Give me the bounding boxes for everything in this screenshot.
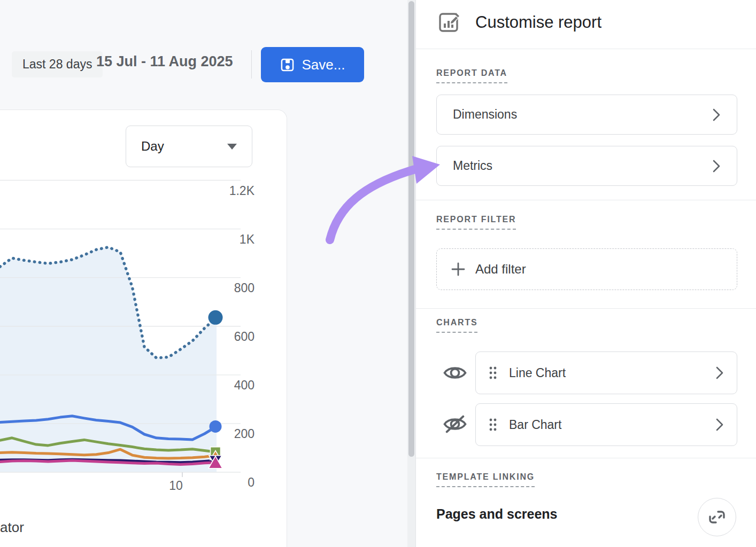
metrics-row[interactable]: Metrics xyxy=(436,146,737,186)
add-filter-label: Add filter xyxy=(475,262,526,277)
x-axis-tick-label: 10 xyxy=(169,479,183,493)
y-axis-tick-label: 1K xyxy=(240,232,255,246)
line-chart-label: Line Chart xyxy=(509,366,566,380)
series-blue-end-marker xyxy=(210,420,222,433)
add-filter-button[interactable]: Add filter xyxy=(436,248,737,290)
unlink-template-button[interactable] xyxy=(698,498,736,536)
y-axis-tick-label: 1.2K xyxy=(229,184,255,198)
plus-icon xyxy=(451,262,466,277)
scrollbar-thumb[interactable] xyxy=(408,1,414,457)
save-icon xyxy=(280,58,295,72)
save-button-label: Save... xyxy=(302,57,345,73)
chevron-right-icon xyxy=(712,108,721,122)
y-axis-tick-label: 800 xyxy=(234,281,254,295)
chevron-right-icon xyxy=(715,366,724,380)
unlink-icon xyxy=(707,507,727,527)
chevron-right-icon xyxy=(712,159,721,173)
y-axis-tick-label: 200 xyxy=(234,427,254,441)
template-name-label: Pages and screens xyxy=(436,506,558,522)
bar-chart-label: Bar Chart xyxy=(509,418,561,432)
y-axis-tick-label: 0 xyxy=(248,475,254,489)
truncated-table-text: ator xyxy=(0,519,24,536)
drag-handle-icon[interactable] xyxy=(489,366,497,380)
toolbar-divider xyxy=(251,50,252,79)
report-canvas-area: 1.2K1K800600400200010 Day ator Last 28 d… xyxy=(0,0,407,547)
metrics-label: Metrics xyxy=(453,159,492,173)
drag-handle-icon[interactable] xyxy=(489,418,497,432)
y-axis-tick-label: 400 xyxy=(234,378,254,392)
panel-title: Customise report xyxy=(475,13,601,32)
panel-divider xyxy=(416,49,756,49)
chevron-down-icon xyxy=(227,144,237,150)
line-chart: 1.2K1K800600400200010 xyxy=(0,110,287,547)
y-axis-tick-label: 600 xyxy=(234,330,254,343)
template-linking-heading: TEMPLATE LINKING xyxy=(436,472,535,487)
chevron-right-icon xyxy=(715,418,724,432)
dimensions-row[interactable]: Dimensions xyxy=(436,95,737,135)
granularity-value: Day xyxy=(141,139,164,154)
date-range-label[interactable]: 15 Jul - 11 Aug 2025 xyxy=(96,53,233,70)
panel-divider xyxy=(416,458,756,458)
date-preset-chip[interactable]: Last 28 days xyxy=(12,51,103,77)
report-filter-heading: REPORT FILTER xyxy=(436,215,516,230)
granularity-dropdown[interactable]: Day xyxy=(126,126,252,167)
bar-chart-row[interactable]: Bar Chart xyxy=(475,403,737,446)
dimensions-label: Dimensions xyxy=(453,107,517,122)
panel-divider xyxy=(416,200,756,200)
line-chart-row[interactable]: Line Chart xyxy=(475,351,737,394)
save-button[interactable]: Save... xyxy=(261,47,364,82)
panel-divider xyxy=(416,308,756,309)
series-dotted-blue-total-end-marker xyxy=(209,310,223,325)
charts-heading: CHARTS xyxy=(436,318,477,333)
visibility-on-icon[interactable] xyxy=(443,364,467,382)
customize-report-icon xyxy=(438,11,461,34)
customise-report-panel: Customise report REPORT DATA Dimensions … xyxy=(415,0,756,547)
report-data-heading: REPORT DATA xyxy=(436,68,507,83)
visibility-off-icon[interactable] xyxy=(443,415,467,433)
